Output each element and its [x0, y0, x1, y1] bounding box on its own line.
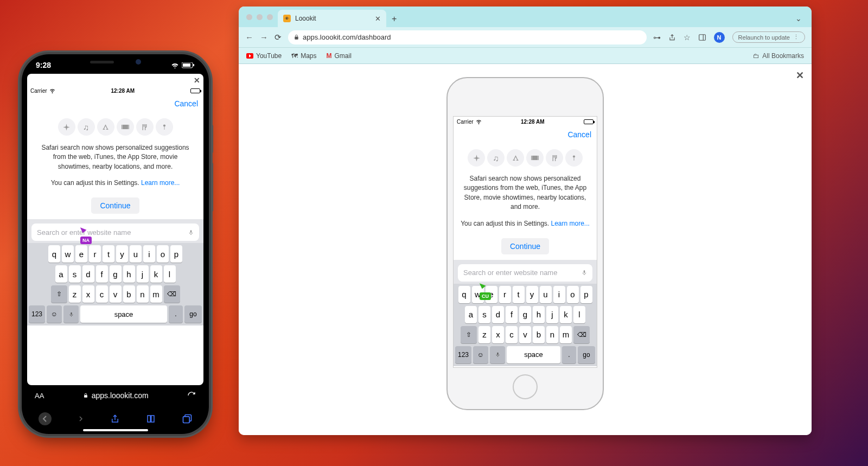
key-u[interactable]: u: [540, 286, 552, 303]
dot-key[interactable]: .: [562, 346, 576, 363]
continue-button[interactable]: Continue: [91, 197, 139, 214]
key-j[interactable]: j: [546, 306, 558, 323]
bookmark-gmail[interactable]: MGmail: [327, 52, 352, 60]
key-q[interactable]: q: [458, 286, 470, 303]
key-k[interactable]: k: [150, 265, 162, 283]
safari-search-field[interactable]: [458, 264, 592, 282]
key-b[interactable]: b: [533, 326, 545, 343]
key-m[interactable]: m: [560, 326, 572, 343]
key-r[interactable]: r: [89, 245, 101, 263]
close-tab-icon[interactable]: ✕: [375, 15, 381, 23]
key-s[interactable]: s: [478, 306, 490, 323]
dictation-key[interactable]: [490, 346, 505, 363]
key-b[interactable]: b: [123, 285, 135, 303]
go-key[interactable]: go: [578, 346, 595, 363]
key-x[interactable]: x: [492, 326, 504, 343]
key-c[interactable]: c: [96, 285, 108, 303]
key-o[interactable]: o: [567, 286, 579, 303]
key-q[interactable]: q: [48, 245, 60, 263]
location-icon[interactable]: [565, 149, 583, 167]
key-y[interactable]: y: [526, 286, 538, 303]
appstore-icon[interactable]: [97, 118, 114, 136]
key-i[interactable]: i: [553, 286, 565, 303]
all-bookmarks-button[interactable]: 🗀 All Bookmarks: [753, 52, 804, 60]
cancel-button[interactable]: Cancel: [174, 99, 198, 108]
location-icon[interactable]: [156, 118, 173, 136]
numbers-key[interactable]: 123: [455, 346, 471, 363]
space-key[interactable]: space: [80, 305, 167, 323]
text-size-button[interactable]: AA: [35, 392, 44, 400]
back-button[interactable]: [38, 412, 52, 426]
star-icon[interactable]: ☆: [684, 33, 691, 42]
key-m[interactable]: m: [150, 285, 162, 303]
bookmark-youtube[interactable]: YouTube: [246, 52, 282, 60]
backspace-key[interactable]: ⌫: [164, 285, 180, 303]
key-n[interactable]: n: [137, 285, 149, 303]
reload-button[interactable]: ⟳: [275, 33, 282, 42]
key-z[interactable]: z: [69, 285, 81, 303]
key-f[interactable]: f: [506, 306, 518, 323]
key-t[interactable]: t: [103, 245, 114, 263]
food-icon[interactable]: [546, 149, 563, 167]
share-icon[interactable]: [668, 33, 676, 42]
key-e[interactable]: e: [75, 245, 87, 263]
shift-key[interactable]: ⇧: [461, 326, 477, 343]
go-key[interactable]: go: [184, 305, 202, 323]
key-r[interactable]: r: [499, 286, 511, 303]
close-icon[interactable]: ✕: [194, 76, 200, 85]
profile-avatar[interactable]: N: [714, 32, 725, 43]
active-tab[interactable]: 👁 Loookit ✕: [278, 10, 386, 27]
mic-icon[interactable]: [188, 228, 194, 237]
emoji-key[interactable]: ☺: [473, 346, 488, 363]
key-h[interactable]: h: [533, 306, 545, 323]
mic-icon[interactable]: [582, 269, 587, 277]
key-w[interactable]: w: [62, 245, 74, 263]
music-icon[interactable]: ♫: [487, 149, 505, 167]
compass-icon[interactable]: [58, 118, 75, 136]
key-g[interactable]: g: [110, 265, 122, 283]
safari-search-field[interactable]: NA: [31, 224, 199, 241]
key-d[interactable]: d: [492, 306, 504, 323]
backspace-key[interactable]: ⌫: [573, 326, 590, 343]
key-p[interactable]: p: [580, 286, 592, 303]
food-icon[interactable]: [136, 118, 154, 136]
compass-icon[interactable]: [468, 149, 485, 167]
movies-icon[interactable]: [526, 149, 544, 167]
key-d[interactable]: d: [82, 265, 94, 283]
bookmarks-icon[interactable]: [145, 414, 156, 424]
key-l[interactable]: l: [573, 306, 585, 323]
space-key[interactable]: space: [507, 346, 560, 363]
tabs-icon[interactable]: [182, 413, 193, 424]
key-p[interactable]: p: [170, 245, 182, 263]
key-a[interactable]: a: [55, 265, 67, 283]
continue-button[interactable]: Continue: [501, 238, 549, 254]
movies-icon[interactable]: [117, 118, 134, 136]
tabs-dropdown-icon[interactable]: ⌄: [795, 14, 802, 27]
appstore-icon[interactable]: [507, 149, 524, 167]
search-input[interactable]: [37, 228, 185, 237]
close-icon[interactable]: ✕: [796, 69, 804, 81]
key-j[interactable]: j: [137, 265, 149, 283]
dictation-key[interactable]: [63, 305, 79, 323]
bookmark-maps[interactable]: 🗺Maps: [291, 52, 316, 60]
key-z[interactable]: z: [478, 326, 490, 343]
refresh-icon[interactable]: [187, 391, 196, 400]
key-g[interactable]: g: [519, 306, 531, 323]
key-u[interactable]: u: [130, 245, 142, 263]
panel-icon[interactable]: [698, 34, 706, 41]
simulated-home-button[interactable]: [513, 374, 538, 399]
forward-button[interactable]: →: [260, 33, 268, 42]
key-t[interactable]: t: [513, 286, 525, 303]
password-icon[interactable]: ⊶: [653, 33, 661, 42]
share-icon[interactable]: [110, 413, 120, 425]
key-y[interactable]: y: [116, 245, 128, 263]
home-indicator[interactable]: [83, 429, 148, 431]
numbers-key[interactable]: 123: [29, 305, 45, 323]
key-i[interactable]: i: [143, 245, 155, 263]
key-l[interactable]: l: [164, 265, 176, 283]
key-a[interactable]: a: [465, 306, 477, 323]
search-input[interactable]: [463, 269, 578, 277]
window-controls[interactable]: [246, 14, 273, 20]
key-c[interactable]: c: [506, 326, 518, 343]
key-v[interactable]: v: [110, 285, 122, 303]
